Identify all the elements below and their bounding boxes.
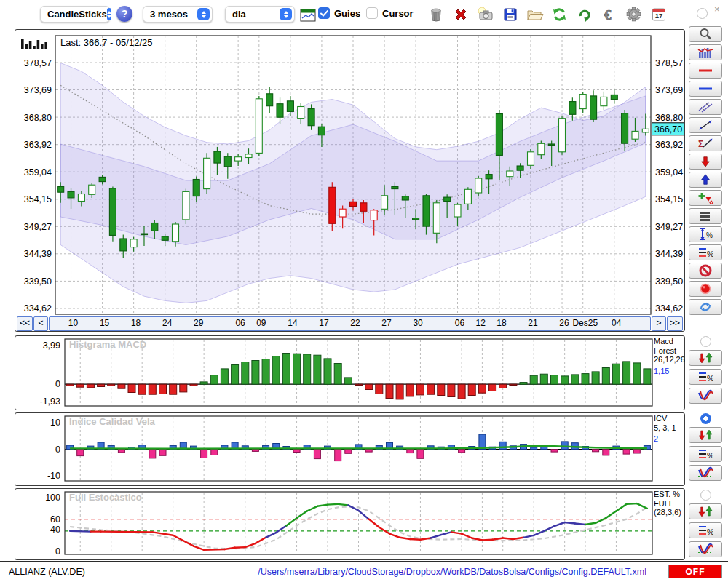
svg-text:339,50: 339,50 <box>24 276 52 287</box>
trash-icon[interactable] <box>426 4 446 24</box>
symbol-label: ALLIANZ (ALV.DE) <box>9 567 85 577</box>
nav-first-button[interactable]: << <box>17 316 33 331</box>
svg-text:363,92: 363,92 <box>24 140 52 150</box>
icv-lines-percent-button[interactable]: % <box>689 446 722 462</box>
svg-text:-10: -10 <box>47 471 60 481</box>
guies-checkbox[interactable]: Guies <box>318 7 360 19</box>
tool-red-line-button[interactable] <box>689 63 722 79</box>
date-tick-label: 29 <box>194 318 203 328</box>
icv-curves-button[interactable] <box>689 465 722 481</box>
delete-icon[interactable] <box>451 4 470 24</box>
icv-panel-radio[interactable] <box>700 413 711 424</box>
date-tick-label: 18 <box>131 318 141 328</box>
chart-window-icon[interactable] <box>298 5 317 25</box>
icv-title: Indice Calidad Vela <box>69 416 155 427</box>
main-panel-radio[interactable] <box>697 8 708 19</box>
date-tick-label: 30 <box>413 318 422 328</box>
svg-text:%: % <box>707 451 713 460</box>
chart-type-select[interactable]: CandleSticks <box>40 6 110 23</box>
toolbar-icon-group: €17 <box>426 4 668 24</box>
tool-swap-button[interactable] <box>689 299 722 315</box>
svg-text:0: 0 <box>55 445 60 455</box>
svg-text:%: % <box>707 527 713 536</box>
period-value: 3 mesos <box>150 9 188 20</box>
select-stepper-icon <box>280 8 292 20</box>
euro-icon[interactable]: € <box>599 4 619 24</box>
tool-zoom-button[interactable] <box>689 26 722 42</box>
help-icon[interactable]: ? <box>116 6 132 22</box>
macd-panel-radio[interactable] <box>700 336 711 347</box>
stoch-lines-percent-button[interactable]: % <box>689 522 722 538</box>
icv-arrows-updown-button[interactable] <box>689 427 722 443</box>
date-tick-label: 09 <box>256 318 266 328</box>
svg-text:363,92: 363,92 <box>655 140 683 150</box>
svg-text:-1,93: -1,93 <box>40 396 61 407</box>
save-icon[interactable] <box>500 4 520 24</box>
svg-text:354,15: 354,15 <box>24 194 52 204</box>
date-tick-label: Des25 <box>572 318 598 328</box>
svg-text:359,04: 359,04 <box>24 167 52 178</box>
tool-record-button[interactable] <box>689 281 722 297</box>
stoch-curves-button[interactable] <box>689 541 722 557</box>
stoch-panel-radio[interactable] <box>700 490 711 501</box>
drawing-tools-sidebar: Σ%% <box>689 26 722 315</box>
icv-controls: % <box>689 413 722 481</box>
period-select[interactable]: 3 mesos <box>143 6 213 23</box>
calendar-icon[interactable]: 17 <box>649 4 668 24</box>
nav-prev-button[interactable]: < <box>33 316 48 331</box>
date-axis-strip[interactable]: 1015182429060914172227300612182126Des250… <box>49 316 651 331</box>
tool-channel-button[interactable] <box>689 99 722 115</box>
svg-text:Last: 366.7 - 05/12/25: Last: 366.7 - 05/12/25 <box>60 37 152 48</box>
tool-arrow-down-button[interactable] <box>689 154 722 170</box>
svg-text:366,70: 366,70 <box>654 124 682 135</box>
time-navigation: << < 1015182429060914172227300612182126D… <box>17 316 683 331</box>
svg-text:334,62: 334,62 <box>24 303 52 314</box>
nav-last-button[interactable]: >> <box>667 316 683 331</box>
cursor-checkbox[interactable]: Cursor <box>366 7 414 19</box>
camera-icon[interactable] <box>475 4 495 24</box>
tool-levels-button[interactable] <box>689 208 722 224</box>
svg-text:17: 17 <box>654 11 662 19</box>
svg-text:%: % <box>706 231 713 239</box>
macd-controls: % <box>689 336 722 404</box>
window-close-icon[interactable]: × <box>714 4 720 15</box>
settings-icon[interactable] <box>624 4 644 24</box>
sync-icon[interactable] <box>574 4 594 24</box>
macd-curves-button[interactable] <box>689 388 722 404</box>
select-stepper-icon <box>107 8 111 20</box>
icv-params: ICV 5, 3, 1 2 <box>654 414 686 444</box>
svg-text:339,50: 339,50 <box>655 276 683 287</box>
tool-trend-line-button[interactable] <box>689 117 722 133</box>
date-tick-label: 15 <box>100 318 109 328</box>
tool-sigma-trend-button[interactable]: Σ <box>689 135 722 151</box>
tool-lines-percent-button[interactable]: % <box>689 244 722 260</box>
stochastic-params: EST. % FULL (28,3,6) <box>654 490 686 517</box>
price-chart[interactable]: 378,57378,57373,69373,69368,80368,80363,… <box>15 30 684 315</box>
date-tick-label: 17 <box>319 318 328 328</box>
stoch-arrows-updown-button[interactable] <box>689 503 722 519</box>
tool-measure-percent-button[interactable]: % <box>689 226 722 242</box>
price-panel: 378,57378,57373,69373,69368,80368,80363,… <box>15 29 685 332</box>
tool-forbid-button[interactable] <box>689 263 722 279</box>
svg-text:373,69: 373,69 <box>24 85 52 95</box>
interval-select[interactable]: dia <box>225 6 295 23</box>
off-button[interactable]: OFF <box>668 565 722 578</box>
tool-arrow-up-button[interactable] <box>689 172 722 188</box>
svg-text:344,39: 344,39 <box>655 249 683 259</box>
stochastic-controls: % <box>689 490 722 557</box>
date-tick-label: 06 <box>455 318 464 328</box>
svg-text:368,80: 368,80 <box>655 113 683 123</box>
svg-text:60: 60 <box>50 514 60 525</box>
nav-next-button[interactable]: > <box>652 316 666 331</box>
config-path: /Users/mserra/Library/CloudStorage/Dropb… <box>258 567 646 577</box>
open-folder-icon[interactable] <box>525 4 545 24</box>
tool-volume-button[interactable] <box>689 44 722 60</box>
macd-arrows-updown-button[interactable] <box>689 350 722 366</box>
date-tick-label: 27 <box>381 318 391 328</box>
macd-lines-percent-button[interactable]: % <box>689 369 722 385</box>
svg-text:359,04: 359,04 <box>655 167 683 178</box>
tool-blue-line-button[interactable] <box>689 81 722 97</box>
refresh-icon[interactable] <box>550 4 569 24</box>
svg-text:Σ: Σ <box>698 139 703 149</box>
tool-markers-button[interactable] <box>689 190 722 206</box>
